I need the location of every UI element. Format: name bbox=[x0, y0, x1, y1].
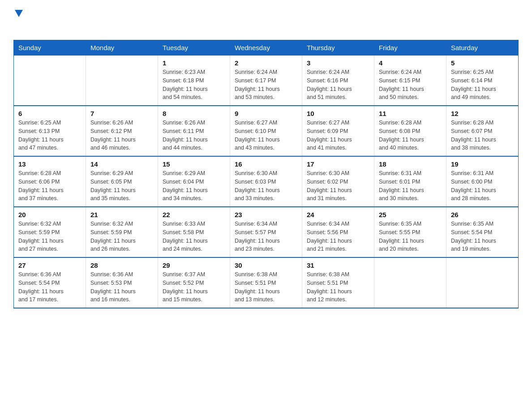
day-number: 20 bbox=[18, 211, 81, 218]
calendar-table: SundayMondayTuesdayWednesdayThursdayFrid… bbox=[13, 40, 519, 308]
day-number: 3 bbox=[307, 59, 369, 67]
calendar-cell: 27Sunrise: 6:36 AM Sunset: 5:54 PM Dayli… bbox=[14, 257, 86, 308]
calendar-week-row: 27Sunrise: 6:36 AM Sunset: 5:54 PM Dayli… bbox=[14, 257, 519, 308]
weekday-header-sunday: Sunday bbox=[14, 40, 86, 56]
day-info: Sunrise: 6:38 AM Sunset: 5:51 PM Dayligh… bbox=[235, 270, 297, 304]
calendar-cell bbox=[14, 56, 86, 106]
day-number: 16 bbox=[235, 160, 297, 168]
day-info: Sunrise: 6:31 AM Sunset: 6:00 PM Dayligh… bbox=[451, 169, 514, 203]
calendar-cell: 22Sunrise: 6:33 AM Sunset: 5:58 PM Dayli… bbox=[158, 207, 230, 257]
day-number: 12 bbox=[451, 110, 514, 117]
day-info: Sunrise: 6:25 AM Sunset: 6:13 PM Dayligh… bbox=[18, 119, 81, 152]
day-number: 13 bbox=[18, 160, 81, 168]
calendar-cell: 4Sunrise: 6:24 AM Sunset: 6:15 PM Daylig… bbox=[374, 56, 446, 106]
day-number: 2 bbox=[235, 59, 297, 67]
day-info: Sunrise: 6:29 AM Sunset: 6:05 PM Dayligh… bbox=[90, 169, 153, 203]
calendar-cell: 7Sunrise: 6:26 AM Sunset: 6:12 PM Daylig… bbox=[86, 106, 158, 156]
day-number: 9 bbox=[235, 110, 297, 117]
day-number: 4 bbox=[379, 59, 442, 67]
day-number: 1 bbox=[163, 59, 225, 67]
weekday-header-saturday: Saturday bbox=[446, 40, 519, 56]
day-info: Sunrise: 6:35 AM Sunset: 5:55 PM Dayligh… bbox=[379, 220, 442, 253]
calendar-cell: 17Sunrise: 6:30 AM Sunset: 6:02 PM Dayli… bbox=[302, 156, 374, 207]
day-number: 28 bbox=[90, 261, 153, 269]
day-number: 22 bbox=[163, 211, 225, 218]
calendar-cell: 13Sunrise: 6:28 AM Sunset: 6:06 PM Dayli… bbox=[14, 156, 86, 207]
day-number: 7 bbox=[90, 110, 153, 117]
day-number: 18 bbox=[379, 160, 442, 168]
day-number: 21 bbox=[90, 211, 153, 218]
logo-triangle-icon bbox=[15, 10, 23, 17]
day-number: 29 bbox=[163, 261, 225, 269]
weekday-header-wednesday: Wednesday bbox=[230, 40, 302, 56]
day-info: Sunrise: 6:38 AM Sunset: 5:51 PM Dayligh… bbox=[307, 270, 369, 304]
calendar-cell: 12Sunrise: 6:28 AM Sunset: 6:07 PM Dayli… bbox=[446, 106, 519, 156]
day-info: Sunrise: 6:31 AM Sunset: 6:01 PM Dayligh… bbox=[379, 169, 442, 203]
day-info: Sunrise: 6:32 AM Sunset: 5:59 PM Dayligh… bbox=[90, 220, 153, 253]
day-number: 27 bbox=[18, 261, 81, 269]
day-info: Sunrise: 6:27 AM Sunset: 6:10 PM Dayligh… bbox=[235, 119, 297, 152]
day-number: 24 bbox=[307, 211, 369, 218]
day-info: Sunrise: 6:30 AM Sunset: 6:03 PM Dayligh… bbox=[235, 169, 297, 203]
calendar-cell: 19Sunrise: 6:31 AM Sunset: 6:00 PM Dayli… bbox=[446, 156, 519, 207]
calendar-cell: 16Sunrise: 6:30 AM Sunset: 6:03 PM Dayli… bbox=[230, 156, 302, 207]
day-info: Sunrise: 6:34 AM Sunset: 5:57 PM Dayligh… bbox=[235, 220, 297, 253]
day-number: 11 bbox=[379, 110, 442, 117]
day-info: Sunrise: 6:24 AM Sunset: 6:17 PM Dayligh… bbox=[235, 68, 297, 102]
day-info: Sunrise: 6:29 AM Sunset: 6:04 PM Dayligh… bbox=[163, 169, 225, 203]
calendar-week-row: 13Sunrise: 6:28 AM Sunset: 6:06 PM Dayli… bbox=[14, 156, 519, 207]
day-info: Sunrise: 6:24 AM Sunset: 6:15 PM Dayligh… bbox=[379, 68, 442, 102]
calendar-cell bbox=[374, 257, 446, 308]
calendar-cell: 21Sunrise: 6:32 AM Sunset: 5:59 PM Dayli… bbox=[86, 207, 158, 257]
day-info: Sunrise: 6:23 AM Sunset: 6:18 PM Dayligh… bbox=[163, 68, 225, 102]
calendar-cell: 11Sunrise: 6:28 AM Sunset: 6:08 PM Dayli… bbox=[374, 106, 446, 156]
calendar-cell: 6Sunrise: 6:25 AM Sunset: 6:13 PM Daylig… bbox=[14, 106, 86, 156]
calendar-cell bbox=[446, 257, 519, 308]
day-number: 30 bbox=[235, 261, 297, 269]
calendar-cell: 10Sunrise: 6:27 AM Sunset: 6:09 PM Dayli… bbox=[302, 106, 374, 156]
logo bbox=[13, 9, 23, 31]
day-number: 19 bbox=[451, 160, 514, 168]
calendar-cell: 2Sunrise: 6:24 AM Sunset: 6:17 PM Daylig… bbox=[230, 56, 302, 106]
day-info: Sunrise: 6:26 AM Sunset: 6:11 PM Dayligh… bbox=[163, 119, 225, 152]
calendar-cell: 25Sunrise: 6:35 AM Sunset: 5:55 PM Dayli… bbox=[374, 207, 446, 257]
calendar-cell: 31Sunrise: 6:38 AM Sunset: 5:51 PM Dayli… bbox=[302, 257, 374, 308]
calendar-cell bbox=[86, 56, 158, 106]
calendar-cell: 14Sunrise: 6:29 AM Sunset: 6:05 PM Dayli… bbox=[86, 156, 158, 207]
day-info: Sunrise: 6:37 AM Sunset: 5:52 PM Dayligh… bbox=[163, 270, 225, 304]
calendar-cell: 24Sunrise: 6:34 AM Sunset: 5:56 PM Dayli… bbox=[302, 207, 374, 257]
day-info: Sunrise: 6:36 AM Sunset: 5:53 PM Dayligh… bbox=[90, 270, 153, 304]
day-number: 25 bbox=[379, 211, 442, 218]
weekday-header-thursday: Thursday bbox=[302, 40, 374, 56]
day-info: Sunrise: 6:32 AM Sunset: 5:59 PM Dayligh… bbox=[18, 220, 81, 253]
day-number: 31 bbox=[307, 261, 369, 269]
calendar-cell: 29Sunrise: 6:37 AM Sunset: 5:52 PM Dayli… bbox=[158, 257, 230, 308]
calendar-cell: 3Sunrise: 6:24 AM Sunset: 6:16 PM Daylig… bbox=[302, 56, 374, 106]
calendar-cell: 15Sunrise: 6:29 AM Sunset: 6:04 PM Dayli… bbox=[158, 156, 230, 207]
calendar-cell: 1Sunrise: 6:23 AM Sunset: 6:18 PM Daylig… bbox=[158, 56, 230, 106]
day-number: 5 bbox=[451, 59, 514, 67]
day-info: Sunrise: 6:34 AM Sunset: 5:56 PM Dayligh… bbox=[307, 220, 369, 253]
day-number: 23 bbox=[235, 211, 297, 218]
calendar-week-row: 20Sunrise: 6:32 AM Sunset: 5:59 PM Dayli… bbox=[14, 207, 519, 257]
calendar-cell: 20Sunrise: 6:32 AM Sunset: 5:59 PM Dayli… bbox=[14, 207, 86, 257]
day-number: 14 bbox=[90, 160, 153, 168]
calendar-cell: 18Sunrise: 6:31 AM Sunset: 6:01 PM Dayli… bbox=[374, 156, 446, 207]
svg-marker-0 bbox=[15, 10, 23, 17]
day-info: Sunrise: 6:28 AM Sunset: 6:07 PM Dayligh… bbox=[451, 119, 514, 152]
day-number: 15 bbox=[163, 160, 225, 168]
day-info: Sunrise: 6:25 AM Sunset: 6:14 PM Dayligh… bbox=[451, 68, 514, 102]
weekday-header-tuesday: Tuesday bbox=[158, 40, 230, 56]
weekday-header-row: SundayMondayTuesdayWednesdayThursdayFrid… bbox=[14, 40, 519, 56]
calendar-week-row: 6Sunrise: 6:25 AM Sunset: 6:13 PM Daylig… bbox=[14, 106, 519, 156]
day-number: 17 bbox=[307, 160, 369, 168]
calendar-cell: 9Sunrise: 6:27 AM Sunset: 6:10 PM Daylig… bbox=[230, 106, 302, 156]
day-info: Sunrise: 6:35 AM Sunset: 5:54 PM Dayligh… bbox=[451, 220, 514, 253]
day-number: 6 bbox=[18, 110, 81, 117]
day-info: Sunrise: 6:28 AM Sunset: 6:08 PM Dayligh… bbox=[379, 119, 442, 152]
calendar-cell: 5Sunrise: 6:25 AM Sunset: 6:14 PM Daylig… bbox=[446, 56, 519, 106]
day-number: 10 bbox=[307, 110, 369, 117]
day-number: 8 bbox=[163, 110, 225, 117]
day-info: Sunrise: 6:26 AM Sunset: 6:12 PM Dayligh… bbox=[90, 119, 153, 152]
day-info: Sunrise: 6:27 AM Sunset: 6:09 PM Dayligh… bbox=[307, 119, 369, 152]
